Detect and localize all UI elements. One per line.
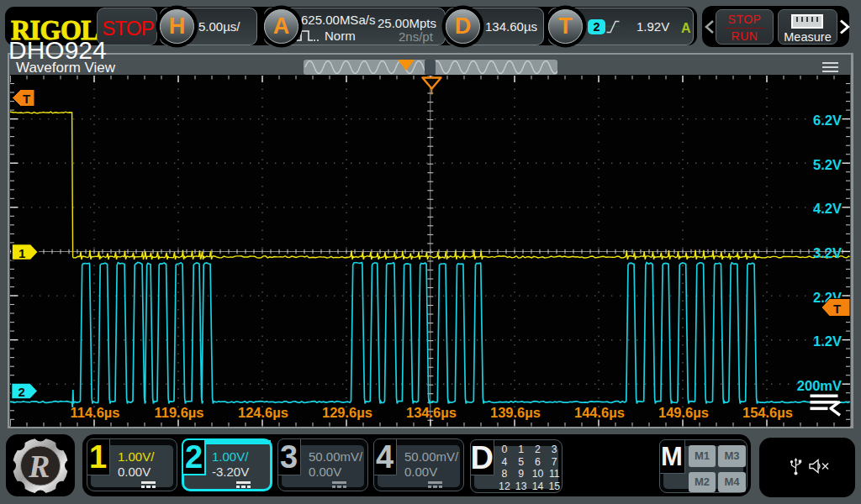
svg-text:129.6µs: 129.6µs — [322, 405, 372, 420]
svg-text:134.6µs: 134.6µs — [406, 405, 457, 420]
svg-text:1: 1 — [18, 246, 25, 260]
svg-text:6.2V: 6.2V — [813, 113, 842, 128]
svg-text:3.2V: 3.2V — [813, 245, 842, 260]
svg-text:T: T — [833, 302, 841, 316]
svg-text:T: T — [23, 92, 30, 106]
svg-text:114.6µs: 114.6µs — [70, 405, 119, 420]
svg-text:139.6µs: 139.6µs — [490, 405, 541, 420]
svg-text:144.6µs: 144.6µs — [574, 405, 625, 420]
svg-text:200mV: 200mV — [797, 378, 842, 393]
svg-text:2: 2 — [18, 385, 25, 399]
svg-text:1.2V: 1.2V — [813, 333, 842, 349]
svg-text:4.2V: 4.2V — [813, 201, 842, 216]
svg-text:5.2V: 5.2V — [813, 157, 842, 172]
svg-text:124.6µs: 124.6µs — [238, 405, 288, 420]
svg-text:R: R — [28, 449, 50, 484]
svg-text:149.6µs: 149.6µs — [658, 405, 709, 420]
svg-text:119.6µs: 119.6µs — [154, 405, 203, 420]
svg-text:154.6µs: 154.6µs — [742, 405, 793, 420]
